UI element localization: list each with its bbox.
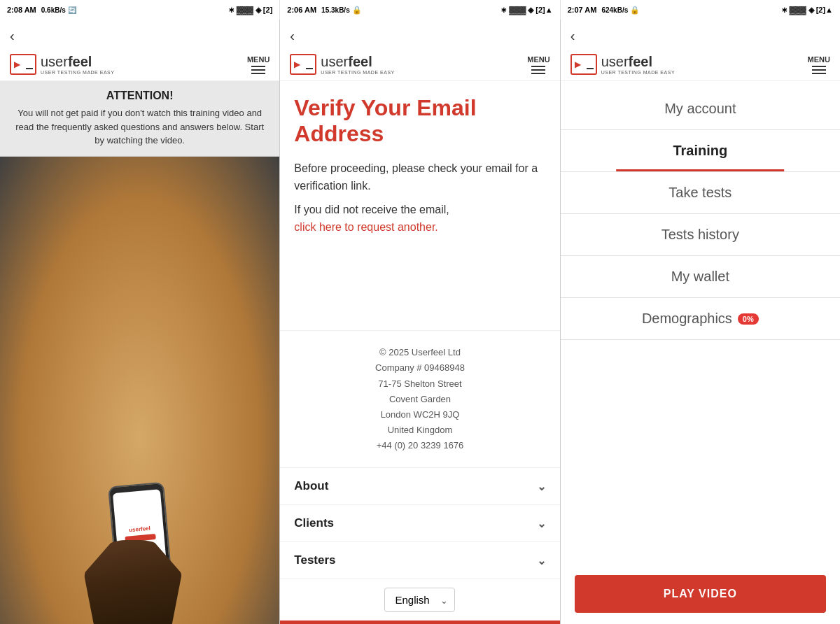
menu-label-2: MENU [527, 55, 550, 64]
nav-training[interactable]: Training [561, 130, 840, 172]
verify-body-1: Before proceeding, please check your ema… [294, 159, 545, 195]
footer-link-about[interactable]: About ⌄ [280, 468, 559, 505]
hamburger-icon-1 [251, 66, 265, 74]
status-left-2: 2:06 AM 15.3kB/s 🔒 [287, 6, 361, 15]
battery-icon-2: [2]▲ [536, 6, 552, 14]
menu-button-2[interactable]: MENU [527, 55, 550, 74]
navbar-3: userfeel USER TESTING MADE EASY MENU [561, 48, 840, 81]
demographics-label: Demographics [642, 311, 732, 327]
my-account-label: My account [664, 101, 736, 116]
logo-tagline-1: USER TESTING MADE EASY [41, 70, 114, 75]
navbar-2: userfeel USER TESTING MADE EASY MENU [280, 48, 559, 81]
menu-label-1: MENU [247, 55, 270, 64]
logo-tagline-2: USER TESTING MADE EASY [321, 70, 394, 75]
wifi-icon-1: ◈ [255, 6, 261, 15]
language-select-wrapper: English French German Spanish ⌄ [384, 588, 455, 612]
status-left-3: 2:07 AM 624kB/s 🔒 [568, 6, 640, 15]
nav-tests-history[interactable]: Tests history [561, 214, 840, 256]
back-row-3[interactable]: ‹ [561, 20, 840, 48]
signal-bars-3: ▓▓▓ [790, 6, 806, 14]
lock-icon-3: 🔒 [630, 6, 640, 15]
take-tests-label: Take tests [668, 185, 732, 200]
status-bars: 2:08 AM 0.6kB/s 🔄 ∗ ▓▓▓ ◈ [2] 2:06 AM 15… [0, 0, 840, 20]
hand-phone-visual: userfeel [0, 157, 279, 625]
status-left-1: 2:08 AM 0.6kB/s 🔄 [7, 6, 76, 14]
logo-icon-1 [10, 54, 36, 75]
about-chevron: ⌄ [537, 480, 546, 493]
logo-tagline-3: USER TESTING MADE EASY [601, 70, 675, 75]
phone-logo-small: userfeel [128, 525, 150, 533]
nav-demographics[interactable]: Demographics 0% [561, 298, 840, 340]
footer-link-clients[interactable]: Clients ⌄ [280, 505, 559, 542]
demographics-row: Demographics 0% [568, 311, 833, 327]
menu-nav: My account Training Take tests Tests his… [561, 81, 840, 564]
wifi-icon-3: ◈ [808, 6, 814, 15]
status-right-2: ∗ ▓▓▓ ◈ [2]▲ [500, 6, 552, 15]
time-1: 2:08 AM [7, 6, 36, 14]
bt-icon-2: ∗ [500, 6, 507, 15]
time-3: 2:07 AM [568, 6, 597, 14]
logo-wordmark-2: userfeel [321, 55, 394, 69]
logo-text-wrap-3: userfeel USER TESTING MADE EASY [601, 55, 675, 75]
play-video-button[interactable]: PLAY VIDEO [575, 575, 826, 613]
panel-menu: ‹ userfeel USER TESTING MADE EASY MENU M… [561, 20, 840, 624]
signal-bars-2: ▓▓▓ [509, 6, 526, 14]
language-select[interactable]: English French German Spanish [384, 588, 455, 612]
battery-icon-1: [2] [263, 6, 272, 14]
my-wallet-label: My wallet [671, 269, 729, 284]
attention-title: ATTENTION! [11, 90, 268, 102]
wifi-icon-2: ◈ [528, 6, 533, 15]
clients-chevron: ⌄ [537, 517, 546, 530]
status-bar-1: 2:08 AM 0.6kB/s 🔄 ∗ ▓▓▓ ◈ [2] [0, 0, 280, 20]
resend-link[interactable]: click here to request another. [294, 221, 438, 233]
footer-copyright: © 2025 Userfeel Ltd [294, 345, 545, 360]
menu-label-3: MENU [808, 55, 830, 64]
attention-text: You will not get paid if you don't watch… [11, 106, 268, 148]
hamburger-icon-2 [531, 66, 545, 74]
speed-2: 15.3kB/s [321, 6, 350, 14]
panel-attention: ‹ userfeel USER TESTING MADE EASY MENU A… [0, 20, 280, 624]
logo-wordmark-3: userfeel [601, 55, 675, 69]
verify-title: Verify Your Email Address [294, 95, 545, 147]
logo-2: userfeel USER TESTING MADE EASY [290, 54, 394, 75]
time-2: 2:06 AM [287, 6, 316, 14]
status-right-1: ∗ ▓▓▓ ◈ [2] [228, 6, 273, 15]
footer-address2: Covent Garden [294, 392, 545, 407]
nav-my-account[interactable]: My account [561, 88, 840, 130]
footer-phone: +44 (0) 20 3239 1676 [294, 438, 545, 453]
hamburger-icon-3 [812, 66, 826, 74]
testers-label: Testers [294, 553, 335, 567]
menu-button-3[interactable]: MENU [808, 55, 830, 74]
nav-my-wallet[interactable]: My wallet [561, 256, 840, 298]
speed-3: 624kB/s [601, 6, 628, 14]
signal-icon-1: 🔄 [68, 6, 76, 14]
lock-icon-2: 🔒 [352, 6, 362, 15]
navbar-1: userfeel USER TESTING MADE EASY MENU [0, 48, 279, 81]
testers-chevron: ⌄ [537, 554, 546, 567]
panels-container: ‹ userfeel USER TESTING MADE EASY MENU A… [0, 20, 840, 624]
status-right-3: ∗ ▓▓▓ ◈ [2]▲ [781, 6, 833, 15]
footer-address3: London WC2H 9JQ [294, 407, 545, 423]
battery-icon-3: [2]▲ [816, 6, 833, 14]
nav-take-tests[interactable]: Take tests [561, 172, 840, 214]
tests-history-label: Tests history [662, 227, 739, 242]
about-label: About [294, 479, 328, 493]
logo-text-wrap-2: userfeel USER TESTING MADE EASY [321, 55, 394, 75]
video-thumbnail[interactable]: userfeel [0, 157, 279, 625]
demographics-badge: 0% [738, 313, 759, 325]
footer-link-testers[interactable]: Testers ⌄ [280, 542, 559, 579]
verify-body-text: If you did not receive the email, [294, 204, 449, 215]
footer-company: Company # 09468948 [294, 360, 545, 376]
attention-box: ATTENTION! You will not get paid if you … [0, 81, 279, 157]
back-row-2[interactable]: ‹ [280, 20, 559, 48]
status-bar-3: 2:07 AM 624kB/s 🔒 ∗ ▓▓▓ ◈ [2]▲ [561, 0, 840, 20]
footer-links: About ⌄ Clients ⌄ Testers ⌄ [280, 467, 559, 579]
back-row-1[interactable]: ‹ [0, 20, 279, 48]
logo-text-wrap-1: userfeel USER TESTING MADE EASY [41, 55, 114, 75]
status-bar-2: 2:06 AM 15.3kB/s 🔒 ∗ ▓▓▓ ◈ [2]▲ [280, 0, 560, 20]
footer-address1: 71-75 Shelton Street [294, 376, 545, 392]
clients-label: Clients [294, 516, 334, 530]
footer-country: United Kingdom [294, 423, 545, 438]
menu-button-1[interactable]: MENU [247, 55, 270, 74]
verify-body-2: If you did not receive the email, click … [294, 201, 545, 236]
